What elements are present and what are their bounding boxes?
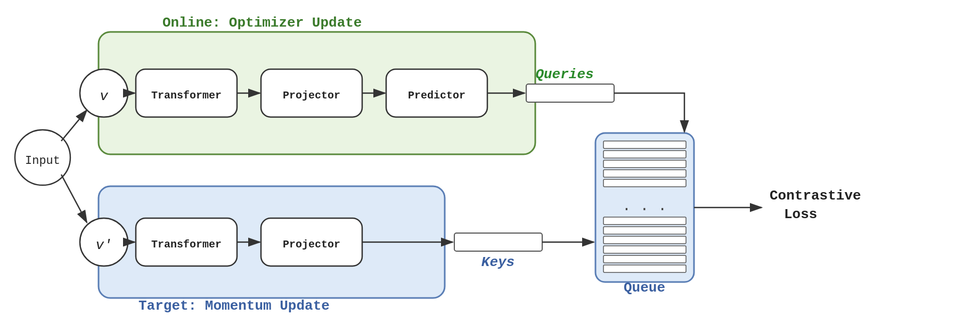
- svg-rect-6: [603, 179, 686, 187]
- v-label: v: [100, 88, 109, 104]
- svg-rect-3: [603, 151, 686, 158]
- main-diagram: Online: Optimizer Update Target: Momentu…: [0, 0, 980, 315]
- svg-rect-7: [603, 217, 686, 225]
- transformer2-label: Transformer: [151, 238, 222, 251]
- target-label: Target: Momentum Update: [138, 298, 330, 314]
- svg-rect-5: [603, 170, 686, 177]
- arrow-queries-queue: [614, 93, 684, 132]
- transformer1-label: Transformer: [151, 89, 222, 102]
- queue-label: Queue: [624, 280, 665, 296]
- diagram-container: Online: Optimizer Update Target: Momentu…: [0, 0, 980, 315]
- svg-rect-12: [603, 265, 686, 272]
- svg-rect-2: [603, 141, 686, 148]
- arrow-input-vprime: [61, 175, 87, 222]
- queries-label: Queries: [535, 67, 593, 82]
- svg-rect-11: [603, 255, 686, 263]
- online-label: Online: Optimizer Update: [162, 15, 362, 31]
- queries-bar: [526, 84, 614, 102]
- projector2-label: Projector: [283, 238, 340, 251]
- svg-rect-9: [603, 236, 686, 244]
- keys-label: Keys: [481, 254, 514, 270]
- svg-rect-10: [603, 246, 686, 253]
- svg-rect-4: [603, 160, 686, 168]
- v-prime-label: v': [95, 237, 112, 253]
- contrastive-loss-label: Contrastive: [770, 188, 861, 204]
- keys-bar: [454, 233, 542, 251]
- projector1-label: Projector: [283, 89, 340, 102]
- predictor-label: Predictor: [408, 89, 466, 102]
- input-label: Input: [25, 154, 60, 168]
- queue-dots: . . .: [622, 198, 667, 214]
- contrastive-loss-label2: Loss: [784, 206, 817, 222]
- arrow-input-v: [61, 110, 87, 141]
- svg-rect-8: [603, 227, 686, 234]
